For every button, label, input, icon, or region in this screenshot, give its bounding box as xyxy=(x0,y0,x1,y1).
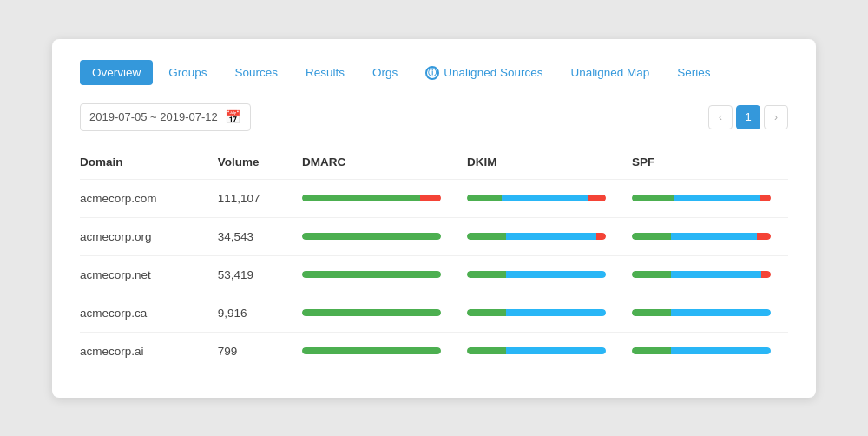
cell-dmarc-2 xyxy=(293,255,458,294)
current-page-button[interactable]: 1 xyxy=(736,105,760,129)
cell-spf-0 xyxy=(623,179,788,217)
tab-overview[interactable]: Overview xyxy=(80,60,153,85)
date-range-input[interactable]: 2019-07-05 ~ 2019-07-12 📅 xyxy=(80,103,251,131)
bar-segment xyxy=(302,271,441,278)
cell-dmarc-4 xyxy=(293,332,458,370)
bar-spf-1 xyxy=(632,233,771,240)
bar-segment xyxy=(588,195,606,201)
pagination: ‹ 1 › xyxy=(708,105,788,129)
cell-dkim-4 xyxy=(458,332,623,370)
col-header-dkim: DKIM xyxy=(458,149,623,180)
bar-dkim-0 xyxy=(467,195,606,201)
cell-domain-4: acmecorp.ai xyxy=(80,332,218,370)
date-range-value: 2019-07-05 ~ 2019-07-12 xyxy=(89,110,218,123)
col-header-volume: Volume xyxy=(218,149,293,180)
bar-segment xyxy=(302,309,441,316)
cell-domain-3: acmecorp.ca xyxy=(80,294,218,332)
bar-segment xyxy=(467,195,502,201)
col-header-domain: Domain xyxy=(80,149,218,180)
bar-segment xyxy=(632,233,671,240)
tab-label-orgs: Orgs xyxy=(372,66,398,79)
bar-dkim-2 xyxy=(467,271,606,278)
tab-groups[interactable]: Groups xyxy=(156,60,219,85)
nav-tabs: OverviewGroupsSourcesResultsOrgsⓘUnalign… xyxy=(80,60,788,86)
bar-segment xyxy=(506,309,606,316)
bar-segment xyxy=(632,347,671,354)
tab-unaligned-sources[interactable]: ⓘUnaligned Sources xyxy=(413,60,555,86)
main-card: OverviewGroupsSourcesResultsOrgsⓘUnalign… xyxy=(52,39,816,398)
bar-dkim-1 xyxy=(467,233,606,240)
bar-segment xyxy=(671,233,757,240)
bar-segment xyxy=(671,271,761,278)
tab-label-unaligned-map: Unaligned Map xyxy=(570,66,649,79)
bar-segment xyxy=(420,195,441,201)
tab-label-sources: Sources xyxy=(235,66,279,79)
table-row: acmecorp.ca9,916 xyxy=(80,294,788,332)
bar-segment xyxy=(467,271,506,278)
bar-segment xyxy=(302,195,420,201)
bar-segment xyxy=(596,233,606,240)
cell-volume-4: 799 xyxy=(218,332,293,370)
bar-segment xyxy=(467,347,506,354)
tab-orgs[interactable]: Orgs xyxy=(360,60,410,85)
bar-dmarc-0 xyxy=(302,195,441,201)
bar-segment xyxy=(506,347,606,354)
cell-domain-2: acmecorp.net xyxy=(80,255,218,294)
bar-segment xyxy=(467,233,506,240)
bar-dmarc-2 xyxy=(302,271,441,278)
bar-segment xyxy=(302,347,441,354)
cell-dmarc-1 xyxy=(293,217,458,255)
cell-dmarc-0 xyxy=(293,179,458,217)
bar-dmarc-1 xyxy=(302,233,441,240)
bar-segment xyxy=(506,271,606,278)
cell-spf-4 xyxy=(623,332,788,370)
data-table: Domain Volume DMARC DKIM SPF acmecorp.co… xyxy=(80,149,788,370)
cell-spf-3 xyxy=(623,294,788,332)
tab-label-series: Series xyxy=(677,66,710,79)
bar-spf-0 xyxy=(632,195,771,201)
table-row: acmecorp.net53,419 xyxy=(80,255,788,294)
cell-dkim-0 xyxy=(458,179,623,217)
table-row: acmecorp.ai799 xyxy=(80,332,788,370)
tab-sources[interactable]: Sources xyxy=(223,60,291,85)
bar-segment xyxy=(632,309,671,316)
bar-spf-4 xyxy=(632,347,771,354)
cell-volume-0: 111,107 xyxy=(218,179,293,217)
tab-label-overview: Overview xyxy=(92,66,141,79)
bar-segment xyxy=(671,347,771,354)
cell-volume-2: 53,419 xyxy=(218,255,293,294)
cell-domain-0: acmecorp.com xyxy=(80,179,218,217)
next-page-button[interactable]: › xyxy=(764,105,788,129)
bar-segment xyxy=(502,195,588,201)
tab-series[interactable]: Series xyxy=(665,60,722,85)
bar-dkim-3 xyxy=(467,309,606,316)
tab-unaligned-map[interactable]: Unaligned Map xyxy=(558,60,661,85)
bar-segment xyxy=(757,233,771,240)
prev-page-button[interactable]: ‹ xyxy=(708,105,733,129)
col-header-dmarc: DMARC xyxy=(293,149,458,180)
bar-segment xyxy=(632,271,671,278)
tab-label-unaligned-sources: Unaligned Sources xyxy=(444,66,542,79)
col-header-spf: SPF xyxy=(623,149,788,180)
cell-volume-1: 34,543 xyxy=(218,217,293,255)
tab-label-results: Results xyxy=(306,66,345,79)
bar-dkim-4 xyxy=(467,347,606,354)
table-row: acmecorp.org34,543 xyxy=(80,217,788,255)
tab-results[interactable]: Results xyxy=(293,60,357,85)
cell-spf-2 xyxy=(623,255,788,294)
bar-segment xyxy=(632,195,674,201)
cell-dmarc-3 xyxy=(293,294,458,332)
cell-domain-1: acmecorp.org xyxy=(80,217,218,255)
bar-segment xyxy=(506,233,596,240)
tab-label-groups: Groups xyxy=(168,66,207,79)
date-row: 2019-07-05 ~ 2019-07-12 📅 ‹ 1 › xyxy=(80,103,788,131)
cell-dkim-2 xyxy=(458,255,623,294)
bar-segment xyxy=(302,233,441,240)
bar-segment xyxy=(760,195,771,201)
cell-spf-1 xyxy=(623,217,788,255)
bar-spf-2 xyxy=(632,271,771,278)
table-row: acmecorp.com111,107 xyxy=(80,179,788,217)
cell-dkim-1 xyxy=(458,217,623,255)
bar-segment xyxy=(674,195,760,201)
bar-segment xyxy=(761,271,771,278)
